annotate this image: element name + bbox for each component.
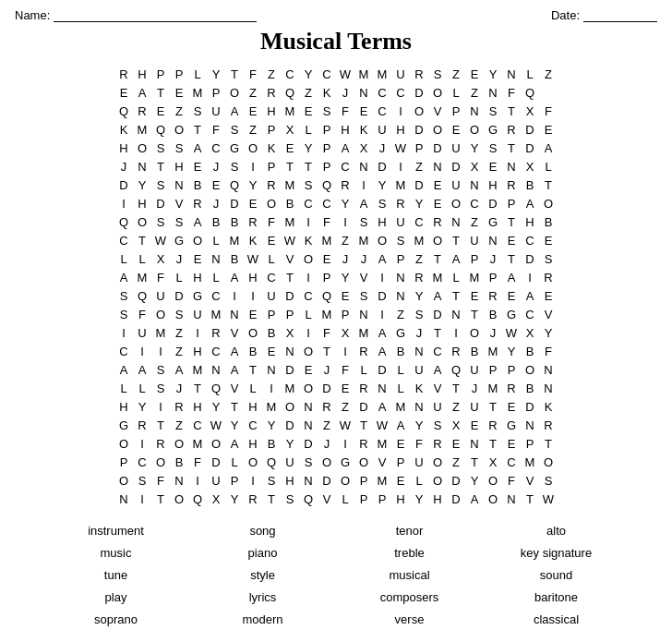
grid-cell: I: [114, 194, 133, 212]
grid-cell: C: [133, 453, 151, 471]
grid-cell: O: [151, 305, 170, 323]
grid-cell: D: [281, 360, 299, 379]
grid-cell: N: [465, 102, 484, 120]
grid-cell: Q: [447, 360, 465, 379]
grid-cell: E: [539, 231, 558, 249]
grid-cell: D: [114, 176, 133, 194]
grid-cell: T: [539, 434, 558, 453]
name-label: Name:: [15, 8, 50, 22]
grid-cell: L: [299, 120, 318, 139]
grid-cell: F: [502, 83, 521, 102]
grid-cell: T: [502, 102, 521, 120]
grid-cell: R: [502, 120, 521, 139]
grid-cell: M: [133, 268, 151, 286]
grid-cell: R: [133, 102, 151, 120]
grid-cell: B: [484, 305, 502, 323]
page-title: Musical Terms: [15, 28, 657, 55]
grid-cell: H: [428, 490, 447, 508]
grid-cell: F: [188, 453, 207, 471]
grid-cell: T: [502, 212, 521, 231]
grid-cell: X: [281, 323, 299, 342]
grid-cell: I: [354, 176, 373, 194]
grid-cell: V: [428, 379, 447, 397]
grid-cell: A: [373, 342, 391, 360]
grid-cell: M: [281, 176, 299, 194]
grid-cell: E: [447, 120, 465, 139]
grid-cell: Q: [299, 490, 318, 508]
grid-cell: E: [336, 286, 354, 305]
grid-cell: E: [354, 102, 373, 120]
grid-cell: L: [354, 360, 373, 379]
grid-cell: L: [133, 379, 151, 397]
grid-cell: M: [428, 268, 447, 286]
grid-cell: R: [244, 212, 262, 231]
grid-cell: X: [484, 453, 502, 471]
grid-cell: P: [502, 194, 521, 212]
grid-cell: N: [502, 490, 521, 508]
grid-cell: B: [170, 453, 188, 471]
grid-cell: S: [539, 471, 558, 490]
grid-cell: C: [207, 139, 225, 157]
grid-cell: Y: [465, 471, 484, 490]
grid-cell: Z: [318, 416, 336, 434]
grid-cell: J: [170, 249, 188, 268]
grid-cell: S: [484, 139, 502, 157]
grid-cell: R: [262, 176, 281, 194]
grid-cell: D: [170, 286, 188, 305]
grid-cell: R: [262, 83, 281, 102]
grid-cell: U: [262, 286, 281, 305]
grid-cell: S: [151, 379, 170, 397]
grid-cell: R: [114, 65, 133, 83]
grid-cell: S: [151, 212, 170, 231]
grid-cell: O: [428, 120, 447, 139]
grid-cell: M: [354, 65, 373, 83]
grid-cell: H: [391, 120, 410, 139]
grid-cell: V: [521, 471, 539, 490]
grid-cell: U: [151, 286, 170, 305]
grid-cell: N: [410, 342, 428, 360]
grid-cell: I: [244, 157, 262, 176]
grid-cell: K: [262, 139, 281, 157]
grid-cell: N: [428, 157, 447, 176]
grid-cell: S: [114, 305, 133, 323]
grid-cell: B: [281, 194, 299, 212]
grid-cell: A: [225, 360, 244, 379]
grid-cell: J: [354, 249, 373, 268]
grid-cell: H: [262, 102, 281, 120]
grid-cell: Y: [225, 416, 244, 434]
grid-cell: F: [207, 120, 225, 139]
grid-cell: R: [410, 268, 428, 286]
grid-cell: O: [428, 231, 447, 249]
grid-cell: H: [188, 342, 207, 360]
grid-cell: P: [465, 249, 484, 268]
grid-cell: O: [133, 139, 151, 157]
grid-cell: Y: [502, 342, 521, 360]
grid-cell: S: [484, 102, 502, 120]
grid-cell: I: [391, 102, 410, 120]
grid-cell: M: [354, 323, 373, 342]
grid-cell: S: [428, 65, 447, 83]
grid-cell: X: [207, 490, 225, 508]
grid-cell: O: [170, 120, 188, 139]
grid-cell: Y: [539, 323, 558, 342]
grid-cell: O: [336, 471, 354, 490]
grid-cell: U: [465, 397, 484, 416]
grid-cell: M: [262, 397, 281, 416]
grid-cell: B: [225, 212, 244, 231]
grid-cell: Q: [262, 453, 281, 471]
grid-cell: O: [225, 83, 244, 102]
grid-cell: M: [373, 434, 391, 453]
grid-cell: P: [484, 268, 502, 286]
grid-cell: X: [521, 102, 539, 120]
grid-cell: I: [521, 268, 539, 286]
grid-cell: Z: [465, 83, 484, 102]
grid-cell: E: [262, 342, 281, 360]
grid-cell: Z: [299, 83, 318, 102]
grid-cell: A: [225, 102, 244, 120]
grid-cell: R: [244, 490, 262, 508]
grid-cell: O: [281, 397, 299, 416]
grid-cell: C: [188, 416, 207, 434]
grid-cell: T: [281, 268, 299, 286]
grid-cell: O: [114, 434, 133, 453]
grid-cell: A: [373, 323, 391, 342]
